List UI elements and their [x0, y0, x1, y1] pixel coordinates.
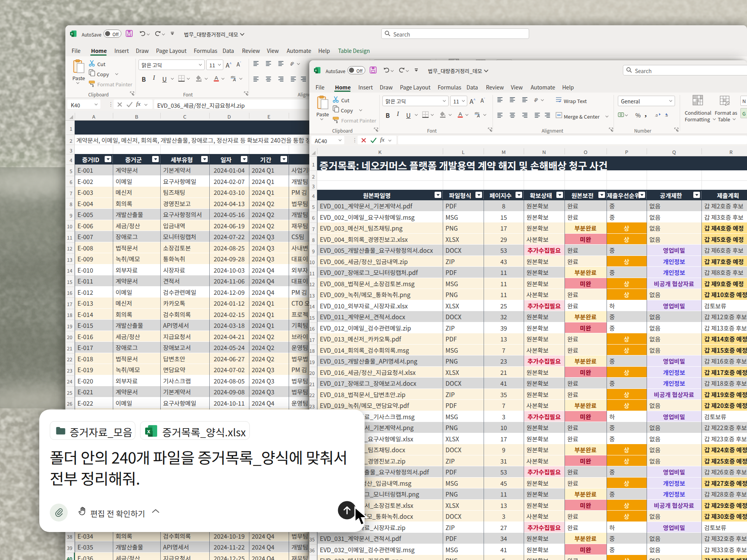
- svg-text:.0: .0: [655, 114, 658, 117]
- svg-text:A: A: [458, 111, 462, 117]
- svg-text:ab: ab: [534, 96, 539, 103]
- svg-text:A: A: [233, 77, 236, 82]
- svg-text:ab: ab: [290, 60, 295, 66]
- svg-text:x: x: [147, 428, 150, 434]
- svg-text:A: A: [477, 114, 480, 118]
- svg-text:A: A: [214, 75, 218, 81]
